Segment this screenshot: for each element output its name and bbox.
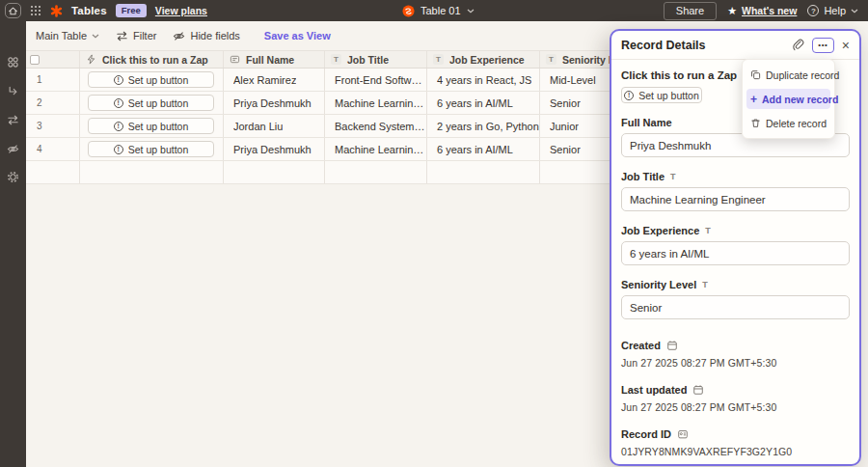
cell-job-experience[interactable]: 4 years in React, JS: [427, 69, 540, 91]
record-id-icon: [677, 428, 689, 440]
zapier-logo-icon: [50, 5, 63, 17]
job-experience-input[interactable]: [621, 241, 850, 265]
table-row[interactable]: 3 !Set up button Jordan Liu Backend Syst…: [26, 115, 648, 138]
zap-icon: [86, 54, 96, 65]
cell-job-experience[interactable]: 2 years in Go, Python: [427, 115, 540, 137]
column-label: Click this to run a Zap: [102, 54, 208, 66]
setup-zap-label: Set up button: [128, 74, 188, 86]
column-header-job-title[interactable]: T Job Title: [325, 51, 427, 68]
zaps-icon[interactable]: [7, 85, 19, 97]
setup-zap-button[interactable]: !Set up button: [88, 71, 214, 88]
column-header-job-experience[interactable]: T Job Experience: [427, 51, 540, 68]
view-selector[interactable]: Main Table: [36, 30, 99, 41]
setup-zap-label: Set up button: [128, 97, 188, 109]
share-button[interactable]: Share: [664, 2, 717, 20]
job-title-input[interactable]: [621, 187, 850, 211]
calendar-icon: [666, 340, 678, 351]
record-id-value: 01JYRY8NMK9VAXREFYF3G2Y1G0: [621, 446, 850, 457]
menu-item-delete-record[interactable]: Delete record: [746, 113, 830, 133]
cell-job-title[interactable]: Backend Systems Developer: [325, 115, 427, 137]
view-plans-link[interactable]: View plans: [155, 5, 207, 16]
table-switcher[interactable]: Table 01: [402, 0, 475, 21]
plan-badge: Free: [116, 4, 147, 17]
filter-icon: [116, 30, 128, 42]
cell-job-title[interactable]: Machine Learning Engineer: [325, 92, 427, 114]
column-label: Job Experience: [449, 54, 525, 66]
row-number: 2: [26, 92, 80, 114]
left-sidebar: [0, 21, 26, 467]
text-field-icon: T: [670, 172, 676, 181]
filter-button[interactable]: Filter: [116, 30, 156, 42]
empty-row[interactable]: [26, 161, 648, 184]
hide-fields-button[interactable]: Hide fields: [173, 30, 239, 42]
help-menu[interactable]: ? Help: [807, 5, 858, 16]
exclamation-icon: !: [114, 75, 123, 85]
cell-full-name[interactable]: Alex Ramirez: [224, 69, 325, 91]
trash-icon: [750, 118, 761, 128]
topbar-right: Share ★ What's new ? Help: [664, 0, 858, 21]
chevron-down-icon: [851, 9, 858, 14]
home-button[interactable]: [5, 3, 21, 18]
home-icon: [8, 6, 18, 16]
cell-job-experience[interactable]: 6 years in AI/ML: [427, 92, 540, 114]
exclamation-icon: !: [114, 98, 123, 108]
setup-zap-label: Set up button: [128, 144, 188, 155]
exclamation-icon: !: [624, 91, 634, 100]
last-updated-value: Jun 27 2025 08:27 PM GMT+5:30: [621, 401, 850, 413]
copy-link-icon[interactable]: [792, 39, 804, 51]
cell-job-title[interactable]: Front-End Software Engineer: [325, 69, 427, 91]
column-header-full-name[interactable]: Full Name: [224, 51, 325, 68]
help-icon: ?: [807, 5, 819, 16]
menu-item-add-new-record[interactable]: + Add new record: [746, 89, 830, 109]
record-menu-button[interactable]: •••: [812, 38, 834, 53]
row-number: 3: [26, 115, 80, 137]
transfer-icon[interactable]: [7, 114, 19, 126]
menu-item-label: Add new record: [762, 94, 838, 105]
column-label: Full Name: [246, 54, 294, 66]
plus-icon: +: [750, 94, 757, 105]
cell-job-experience[interactable]: 6 years in AI/ML: [427, 138, 540, 160]
interfaces-icon[interactable]: [7, 56, 19, 69]
topbar: Tables Free View plans Table 01 Share ★ …: [0, 0, 868, 21]
hide-fields-label: Hide fields: [190, 30, 239, 41]
table-row[interactable]: 1 !Set up button Alex Ramirez Front-End …: [26, 69, 648, 92]
text-field-icon: T: [702, 280, 708, 289]
text-field-icon: T: [705, 226, 711, 235]
meta-label-created: Created: [621, 340, 850, 351]
cell-full-name[interactable]: Jordan Liu: [224, 115, 325, 137]
setup-zap-label: Set up button: [128, 121, 188, 132]
field-label-seniority: Seniority LevelT: [621, 279, 850, 290]
save-as-view-button[interactable]: Save as View: [264, 30, 331, 41]
cell-job-title[interactable]: Machine Learning Engineer: [325, 138, 427, 160]
app-grid-icon[interactable]: [30, 5, 41, 16]
panel-title: Record Details: [621, 39, 792, 52]
setup-zap-button[interactable]: !Set up button: [88, 141, 214, 157]
gear-icon[interactable]: [7, 171, 19, 183]
seniority-input[interactable]: [621, 295, 850, 319]
meta-label-record-id: Record ID: [621, 428, 850, 440]
chevron-down-icon: [467, 9, 475, 14]
panel-setup-zap-button[interactable]: ! Set up button: [621, 87, 702, 103]
setup-zap-button[interactable]: !Set up button: [88, 118, 214, 134]
whats-new-link[interactable]: ★ What's new: [727, 5, 797, 16]
menu-item-label: Duplicate record: [766, 69, 839, 81]
table-row[interactable]: 4 !Set up button Priya Deshmukh Machine …: [26, 138, 648, 161]
menu-item-duplicate-record[interactable]: Duplicate record: [746, 65, 830, 85]
close-icon[interactable]: ×: [842, 39, 850, 52]
select-all-checkbox[interactable]: [30, 55, 40, 65]
eye-off-icon[interactable]: [7, 143, 19, 155]
setup-zap-button[interactable]: !Set up button: [88, 95, 214, 111]
row-number: 4: [26, 138, 80, 160]
record-context-menu: Duplicate record + Add new record Delete…: [742, 59, 835, 139]
cell-full-name[interactable]: Priya Deshmukh: [224, 138, 325, 160]
column-header-zap[interactable]: Click this to run a Zap: [80, 51, 224, 68]
table-row[interactable]: 2 !Set up button Priya Deshmukh Machine …: [26, 92, 648, 115]
column-label: Job Title: [347, 54, 389, 66]
cell-full-name[interactable]: Priya Deshmukh: [224, 92, 325, 114]
exclamation-icon: !: [114, 122, 123, 131]
meta-label-last-updated: Last updated: [621, 384, 850, 396]
field-label-job-title: Job TitleT: [621, 171, 850, 182]
star-icon: ★: [727, 6, 737, 16]
filter-label: Filter: [133, 30, 156, 41]
table-logo-icon: [402, 5, 415, 17]
